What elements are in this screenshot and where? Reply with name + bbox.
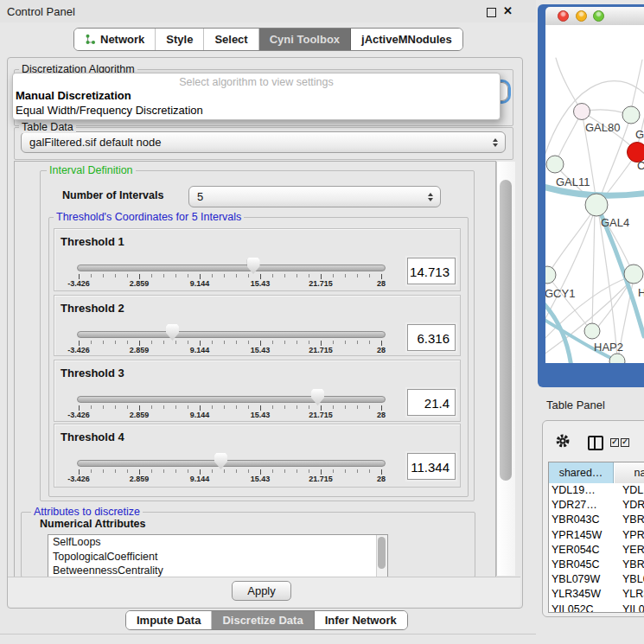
network-edge[interactable] xyxy=(556,112,582,163)
column-header-name[interactable]: na xyxy=(615,462,644,483)
tab-style[interactable]: Style xyxy=(156,29,204,50)
network-edge[interactable] xyxy=(592,210,595,328)
slider-tick-label: -3.426 xyxy=(53,411,105,419)
minimize-window-icon[interactable] xyxy=(576,10,587,22)
table-data-combobox[interactable]: galFiltered.sif default node xyxy=(21,131,506,153)
slider-tick xyxy=(224,405,225,409)
tab-select[interactable]: Select xyxy=(204,29,258,50)
network-node-node-bottom[interactable] xyxy=(609,354,625,363)
slider-track[interactable] xyxy=(77,331,386,338)
slider-tick-label: 28 xyxy=(355,411,407,419)
network-node-ga[interactable] xyxy=(622,106,640,124)
apply-button[interactable]: Apply xyxy=(232,581,291,601)
popup-option-equal-width-frequency[interactable]: Equal Width/Frequency Discretization xyxy=(16,104,203,117)
network-edge[interactable] xyxy=(630,60,642,114)
columns-icon[interactable] xyxy=(588,436,603,450)
slider-tick xyxy=(188,469,188,473)
apply-button-label: Apply xyxy=(247,584,276,597)
close-icon[interactable]: ✕ xyxy=(503,4,513,17)
slider-tick xyxy=(127,469,128,473)
list-item-topologicalcoefficient[interactable]: TopologicalCoefficient xyxy=(48,550,387,564)
slider-tick xyxy=(236,274,237,277)
table-row[interactable]: YIL052CYIL05 xyxy=(549,603,644,613)
tab-network[interactable]: Network xyxy=(74,29,156,50)
threshold-value-field[interactable]: 11.344 xyxy=(407,453,456,480)
slider-tick xyxy=(127,405,128,409)
table-row[interactable]: YBL079WYBL07 xyxy=(549,572,644,587)
app-root: Control Panel ✕ NetworkStyleSelectCyni T… xyxy=(0,0,644,644)
table-row[interactable]: YLR345WYLR34 xyxy=(549,587,644,602)
network-node-gal80[interactable] xyxy=(574,104,590,120)
column-header-shared-name[interactable]: shared… xyxy=(549,462,614,483)
gear-icon[interactable] xyxy=(555,433,571,449)
cell-name: YBL07 xyxy=(622,573,644,585)
slider-thumb[interactable] xyxy=(247,258,260,274)
slider-track[interactable] xyxy=(77,460,386,467)
slider-track[interactable] xyxy=(77,265,386,271)
checkbox-icon[interactable]: ✓ xyxy=(610,438,619,447)
slider-tick xyxy=(91,469,92,473)
network-view-window[interactable]: GAL80GACGAL11GAL4GCY1HHAP2 xyxy=(538,4,644,387)
tab-impute-data[interactable]: Impute Data xyxy=(126,611,212,629)
network-node-gal4[interactable] xyxy=(585,194,608,216)
table-data-group-title: Table Data xyxy=(19,121,76,133)
cell-shared-name: YBL079W xyxy=(552,573,600,585)
threshold-panel-4: Threshold 4-3.4262.8599.14415.4321.71528… xyxy=(54,424,461,488)
main-scrollbar-thumb[interactable] xyxy=(500,180,512,481)
network-edge[interactable] xyxy=(549,208,595,273)
cell-name: YER05 xyxy=(622,544,644,556)
table-row[interactable]: YBR043CYBR04 xyxy=(549,513,644,527)
network-node-hap2[interactable] xyxy=(584,323,600,339)
network-canvas[interactable]: GAL80GACGAL11GAL4GCY1HHAP2 xyxy=(545,25,644,363)
slider-thumb[interactable] xyxy=(166,324,179,341)
float-window-icon[interactable] xyxy=(487,8,496,17)
slider-thumb[interactable] xyxy=(214,453,227,469)
slider-track[interactable] xyxy=(77,396,386,403)
num-intervals-combobox[interactable]: 5 xyxy=(188,186,441,207)
network-node-h[interactable] xyxy=(624,265,643,284)
slider-tick-label: 9.144 xyxy=(174,346,226,354)
close-window-icon[interactable] xyxy=(558,10,569,22)
threshold-panel-1: Threshold 1-3.4262.8599.14415.4321.71528… xyxy=(54,228,461,291)
slider-tick xyxy=(91,341,92,344)
slider-tick xyxy=(369,341,370,344)
threshold-value-field[interactable]: 21.4 xyxy=(407,389,456,416)
network-edge-thick[interactable] xyxy=(545,300,571,363)
network-edge[interactable] xyxy=(556,58,582,112)
main-scrollbar[interactable] xyxy=(496,162,515,576)
slider-tick xyxy=(333,274,334,277)
slider-tick-label: 9.144 xyxy=(174,411,226,419)
slider-tick xyxy=(212,469,213,473)
checkbox-icon[interactable]: ✓ xyxy=(621,438,629,447)
slider-thumb[interactable] xyxy=(311,389,324,405)
tab-discretize-data[interactable]: Discretize Data xyxy=(212,611,314,629)
zoom-window-icon[interactable] xyxy=(593,10,604,22)
tab-jactivemnodules[interactable]: jActiveMNodules xyxy=(351,29,462,50)
node-table: shared… na YDL19…YDL19YDR27…YDR27YBR043C… xyxy=(548,462,644,613)
control-panel-tabs: NetworkStyleSelectCyni ToolboxjActiveMNo… xyxy=(73,28,463,51)
slider-tick xyxy=(309,405,309,409)
slider-tick xyxy=(333,469,334,473)
table-row[interactable]: YBR045CYBR04 xyxy=(549,558,644,572)
algorithm-popup: Select algorithm to view settings Manual… xyxy=(12,73,501,120)
popup-option-manual-discretization[interactable]: Manual Discretization xyxy=(16,89,131,102)
table-row[interactable]: YPR145WYPR14 xyxy=(549,528,644,543)
attributes-list-scrollbar[interactable] xyxy=(376,535,387,577)
network-node-gal11[interactable] xyxy=(546,156,564,173)
slider-tick xyxy=(272,341,273,344)
slider-tick xyxy=(127,274,128,277)
threshold-value-field[interactable]: 14.713 xyxy=(407,258,456,284)
slider-tick xyxy=(345,405,346,409)
tab-cyni-toolbox[interactable]: Cyni Toolbox xyxy=(259,29,351,50)
network-window-titlebar[interactable] xyxy=(545,7,644,26)
threshold-value-field[interactable]: 6.316 xyxy=(407,324,456,351)
table-row[interactable]: YDL19…YDL19 xyxy=(549,483,644,498)
table-row[interactable]: YER054CYER05 xyxy=(549,543,644,558)
tab-infer-network[interactable]: Infer Network xyxy=(315,611,407,629)
network-node-gcy1[interactable] xyxy=(545,266,556,284)
table-row[interactable]: YDR27…YDR27 xyxy=(549,498,644,513)
slider-tick xyxy=(248,405,249,409)
list-item-selfloops[interactable]: SelfLoops xyxy=(48,535,387,550)
threshold-label: Threshold 2 xyxy=(61,302,124,315)
slider-tick xyxy=(236,405,237,409)
